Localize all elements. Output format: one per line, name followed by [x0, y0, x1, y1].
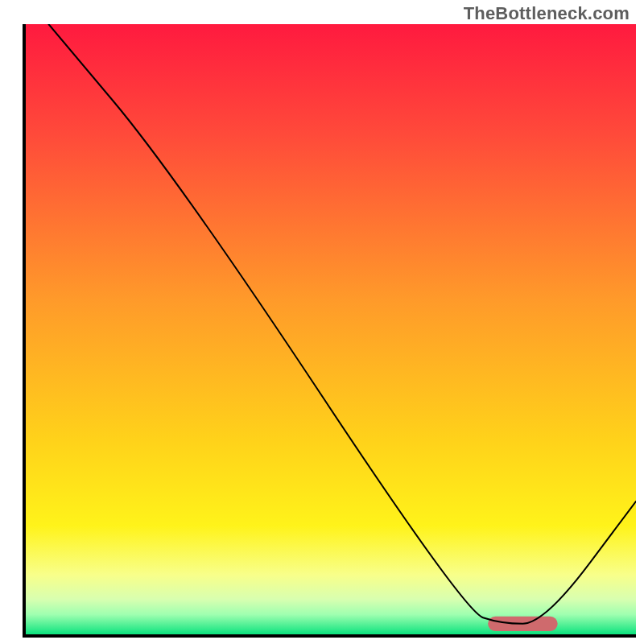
chart-svg: [0, 0, 644, 644]
watermark-label: TheBottleneck.com: [464, 3, 630, 24]
chart-container: TheBottleneck.com: [0, 0, 644, 644]
gradient-background: [24, 24, 636, 636]
